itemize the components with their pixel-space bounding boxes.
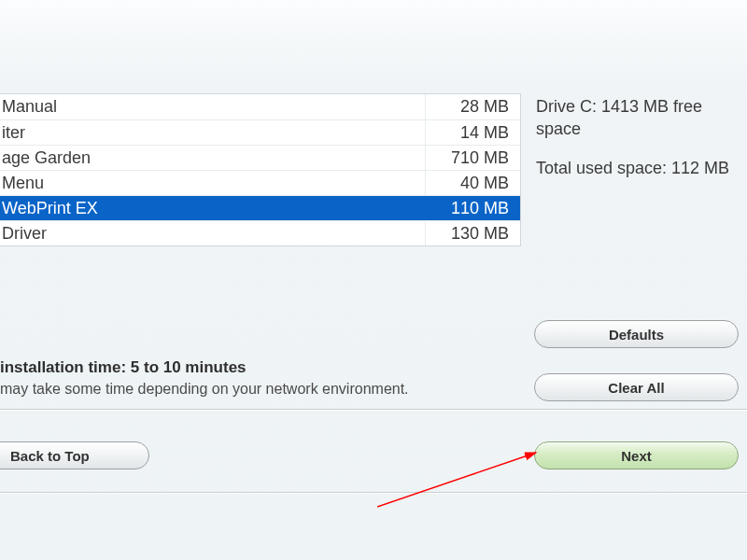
software-row[interactable]: iter14 MB	[0, 119, 520, 145]
install-estimate: installation time: 5 to 10 minutes may t…	[0, 358, 523, 398]
software-row[interactable]: Menu40 MB	[0, 170, 520, 195]
next-button[interactable]: Next	[534, 441, 739, 469]
software-size: 40 MB	[425, 171, 520, 195]
software-name: Manual	[0, 94, 425, 119]
software-size: 110 MB	[425, 196, 520, 220]
separator	[0, 492, 747, 494]
software-row[interactable]: Driver130 MB	[0, 220, 520, 245]
software-size: 28 MB	[425, 94, 520, 119]
software-list[interactable]: Manual28 MBiter14 MBage Garden710 MBMenu…	[0, 93, 521, 246]
software-row[interactable]: Manual28 MB	[0, 94, 520, 119]
install-estimate-title: installation time: 5 to 10 minutes	[0, 358, 523, 377]
clear-all-button[interactable]: Clear All	[534, 373, 739, 401]
back-to-top-button[interactable]: Back to Top	[0, 441, 149, 469]
software-name: Menu	[0, 171, 425, 195]
software-name: iter	[0, 120, 425, 145]
svg-line-0	[377, 453, 536, 507]
software-row[interactable]: age Garden710 MB	[0, 145, 520, 170]
software-name: WebPrint EX	[0, 196, 425, 220]
total-used-text: Total used space: 112 MB	[536, 157, 732, 179]
defaults-button[interactable]: Defaults	[534, 320, 739, 348]
install-estimate-note: may take some time depending on your net…	[0, 381, 523, 398]
software-size: 710 MB	[425, 146, 520, 170]
space-info: Drive C: 1413 MB free space Total used s…	[536, 95, 732, 179]
drive-free-text: Drive C: 1413 MB free space	[536, 95, 732, 140]
software-size: 14 MB	[425, 120, 520, 145]
software-name: age Garden	[0, 146, 425, 170]
software-name: Driver	[0, 221, 425, 245]
separator	[0, 409, 747, 411]
software-size: 130 MB	[425, 221, 520, 245]
software-row[interactable]: WebPrint EX110 MB	[0, 195, 520, 220]
